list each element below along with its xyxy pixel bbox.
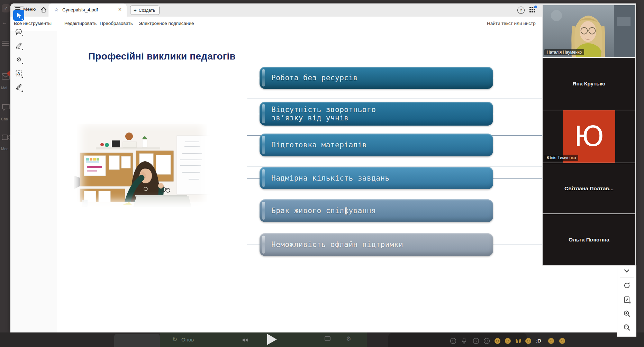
check-icon: ✓ — [2, 4, 10, 12]
challenge-box: Відсутність зворотньогозв’язку від учнів — [260, 102, 493, 126]
slide-photo — [74, 118, 210, 208]
text-cursor — [344, 207, 348, 217]
reactions-row: :D — [0, 332, 644, 347]
menu-all-tools[interactable]: Все инструменты — [14, 21, 52, 26]
reaction-icon[interactable] — [494, 338, 501, 346]
reaction-icon[interactable] — [450, 338, 456, 346]
divider — [620, 277, 634, 277]
tool-lasso[interactable] — [13, 54, 24, 65]
star-icon[interactable]: ☆ — [54, 7, 58, 13]
participant-tile[interactable]: Світлана Полтав... — [543, 163, 635, 213]
tab-title: Супервізія_4.pdf — [62, 7, 98, 12]
back-arrow-icon: ← — [2, 19, 7, 26]
participant-name: Світлана Полтав... — [543, 163, 635, 213]
tool-text-select[interactable]: A — [13, 68, 24, 79]
play-icon[interactable] — [267, 334, 277, 345]
right-tool-rail — [617, 265, 636, 337]
mail-badge — [7, 71, 10, 76]
tool-sign[interactable] — [13, 82, 24, 93]
challenge-text: Неможливість офлайн підтримки — [271, 240, 493, 249]
challenge-box: Робота без ресурсів — [260, 67, 493, 89]
help-button[interactable]: ? — [517, 7, 525, 14]
menu-edit[interactable]: Редактировать — [64, 21, 97, 26]
tool-select[interactable] — [13, 10, 24, 21]
notification-dot — [534, 6, 537, 8]
mail-label: Mai — [1, 86, 7, 90]
panel-drag-handle[interactable] — [14, 6, 24, 7]
menu-label: Меню — [23, 7, 36, 12]
reaction-icon[interactable] — [505, 338, 511, 346]
zoom-out-icon[interactable] — [623, 323, 631, 333]
participant-tile[interactable]: Ольга Пілюгіна — [543, 214, 635, 265]
reaction-icon[interactable] — [515, 338, 522, 346]
challenge-box: Брак живого спілкування — [260, 199, 493, 222]
reaction-icon[interactable] — [559, 338, 565, 346]
svg-text:A: A — [17, 71, 20, 75]
collapse-panel-icon[interactable] — [623, 267, 631, 276]
screen: ✓ ← Mai Cha Mee Меню ☆ — [0, 0, 644, 347]
zoom-in-icon[interactable] — [623, 310, 631, 319]
close-tab-icon[interactable]: ✕ — [118, 7, 122, 12]
emoticon-reaction[interactable]: :D — [536, 338, 541, 344]
meet-label: Mee — [1, 147, 8, 151]
reaction-icon[interactable] — [525, 338, 532, 346]
challenge-text: Брак живого спілкування — [271, 207, 493, 215]
document-tab[interactable]: ☆ Супервізія_4.pdf ✕ — [48, 3, 127, 17]
refresh-icon[interactable] — [623, 281, 631, 291]
participant-name-badge: Юлія Тимченко — [544, 155, 578, 161]
menu-convert[interactable]: Преобразовать — [100, 21, 133, 26]
bottom-bar: ✕ ↻ Онов ⚙ :D — [0, 332, 644, 347]
challenge-box: Підготовка матеріалів — [260, 134, 493, 156]
challenge-box: Неможливість офлайн підтримки — [260, 233, 493, 256]
search-tools-text[interactable]: Найти текст или инстр — [487, 21, 536, 26]
challenge-box: Надмірна кількість завдань — [260, 167, 493, 189]
plus-icon: + — [134, 7, 137, 13]
participant-tile[interactable]: ЮЮлія Тимченко — [543, 110, 635, 163]
meet-icon[interactable] — [2, 134, 10, 142]
menu-lines-icon — [2, 41, 9, 46]
reaction-icon[interactable] — [483, 338, 490, 346]
home-icon — [40, 6, 47, 13]
challenge-text: Робота без ресурсів — [271, 74, 493, 82]
settings-gear-icon[interactable]: ⚙ — [346, 335, 351, 343]
menu-esign[interactable]: Электронное подписание — [139, 21, 194, 26]
participant-name-badge: Наталія Науменко — [544, 49, 584, 55]
challenge-text: Відсутність зворотнього — [271, 106, 493, 114]
fit-page-icon[interactable] — [623, 296, 631, 305]
challenge-text: Надмірна кількість завдань — [271, 174, 493, 182]
create-button[interactable]: + Создать — [130, 6, 160, 15]
speaker-icon[interactable] — [242, 337, 248, 344]
tool-draw[interactable] — [13, 40, 24, 51]
display-settings-icon[interactable] — [325, 336, 330, 341]
challenge-text: зв’язку від учнів — [271, 114, 493, 122]
slide-title: Професійні виклики педагогів — [88, 51, 236, 62]
reaction-icon[interactable] — [548, 338, 554, 346]
os-left-rail: ✓ ← Mai Cha Mee — [0, 0, 10, 347]
reaction-icon[interactable] — [462, 338, 466, 346]
create-label: Создать — [139, 8, 155, 13]
mail-icon[interactable] — [2, 73, 10, 81]
reaction-icon[interactable] — [473, 338, 479, 346]
home-button[interactable] — [40, 6, 47, 15]
participant-tile[interactable]: Яна Крутько — [543, 58, 635, 110]
participant-tile[interactable]: Наталія Науменко — [543, 5, 635, 57]
participants-panel: Наталія НауменкоЯна КрутькоЮЮлія Тимченк… — [542, 4, 636, 266]
participant-name: Ольга Пілюгіна — [543, 214, 635, 265]
chat-label: Cha — [1, 117, 8, 121]
chat-icon[interactable] — [2, 104, 10, 112]
tool-comment[interactable] — [13, 26, 24, 37]
challenge-text: Підготовка матеріалів — [271, 141, 493, 149]
participant-name: Яна Крутько — [543, 58, 635, 110]
